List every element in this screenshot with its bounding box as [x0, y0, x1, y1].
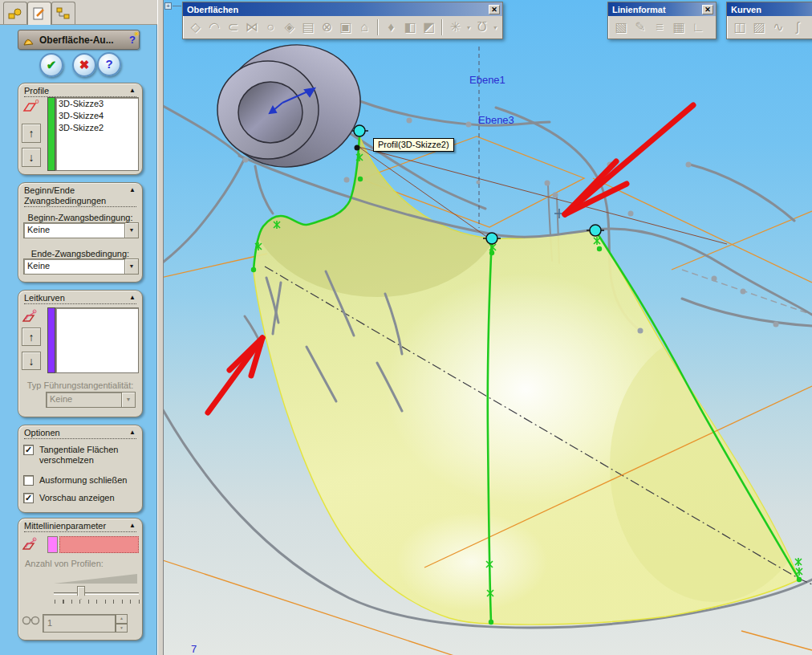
- viewport-canvas[interactable]: + Oberflächen ✕ ◇ ◠ ⊂ ⋈ ○ ◈ ▤ ⊗ ▣ ⌂ ♦ ◧: [164, 0, 812, 655]
- tangency-type-value: Keine: [46, 392, 122, 408]
- profile-list[interactable]: 3D-Skizze3 3D-Skizze4 3D-Skizze2: [55, 97, 139, 171]
- centerline-group-label: Mittellinienparameter: [24, 521, 136, 532]
- line-format-toolbar: Linienformat ✕ ▧ ✎ ≡ ▦ ∟: [607, 2, 717, 39]
- ruled-surface-icon[interactable]: Ʊ: [473, 18, 491, 36]
- help-button[interactable]: ?: [97, 52, 121, 76]
- help-icon[interactable]: ?✳: [129, 34, 136, 46]
- composite-curve-icon[interactable]: ∿: [769, 18, 788, 36]
- configuration-manager-tab[interactable]: [51, 2, 75, 24]
- collapse-arrow-icon[interactable]: ▲: [129, 87, 136, 94]
- freeform-surface-icon[interactable]: ✳: [446, 18, 465, 36]
- panel-divider[interactable]: [157, 0, 164, 655]
- trim-surface-icon[interactable]: ♦: [382, 18, 400, 36]
- model-view[interactable]: [164, 0, 812, 655]
- checkbox-label: Ausformung schließen: [39, 475, 136, 486]
- merge-tangent-faces-checkbox[interactable]: ✓: [23, 445, 34, 455]
- expander-line: [173, 6, 181, 6]
- end-constraint-label: Ende-Zwangsbedingung:: [18, 249, 142, 258]
- profile-count-slider[interactable]: [54, 592, 139, 595]
- feature-manager-tab[interactable]: [3, 2, 27, 24]
- helix-curve-icon[interactable]: ʃ: [788, 18, 807, 36]
- fillet-surface-icon[interactable]: ◩: [420, 18, 438, 36]
- projected-curve-icon[interactable]: ◫: [730, 18, 749, 36]
- constraints-group-label-1: Beginn/Ende: [24, 185, 136, 196]
- move-guide-up-button[interactable]: ↑: [22, 328, 41, 346]
- plane-center-point: [477, 181, 481, 185]
- centerline-color-swatch: [47, 536, 58, 553]
- guide-curves-list[interactable]: [55, 307, 139, 373]
- collapse-arrow-icon[interactable]: ▲: [129, 429, 136, 436]
- close-icon[interactable]: ✕: [489, 5, 500, 14]
- planar-surface-icon[interactable]: ▣: [336, 18, 355, 36]
- plane-label-ebene1[interactable]: Ebene1: [469, 74, 505, 86]
- start-constraint-value[interactable]: Keine: [23, 222, 125, 238]
- extruded-surface-icon[interactable]: ◇: [186, 18, 205, 36]
- toolbar-title: Kurven: [731, 5, 761, 14]
- density-ramp: [54, 573, 137, 584]
- list-item[interactable]: 3D-Skizze3: [56, 98, 138, 110]
- boundary-surface-icon[interactable]: ○: [262, 18, 280, 36]
- untrim-surface-icon[interactable]: ◧: [400, 18, 419, 36]
- section-count-value[interactable]: 1: [43, 614, 116, 633]
- extend-surface-icon[interactable]: ⌂: [355, 18, 373, 36]
- plane-label-ebene3[interactable]: Ebene3: [478, 114, 514, 126]
- spin-down-icon[interactable]: ▼: [116, 624, 128, 633]
- collapse-arrow-icon[interactable]: ▲: [129, 294, 136, 301]
- line-thickness-icon[interactable]: ≡: [650, 18, 669, 36]
- toolbar-separator: [441, 19, 443, 35]
- tooltip-anchor-point: [355, 145, 360, 151]
- split-line-icon[interactable]: ▨: [749, 18, 769, 36]
- property-manager-title-bar: Oberfläche-Au... ?✳: [18, 30, 140, 50]
- spin-up-icon[interactable]: ▲: [116, 614, 128, 624]
- dropdown-caret-icon[interactable]: ▾: [465, 24, 473, 31]
- collapse-arrow-icon[interactable]: ▲: [129, 522, 136, 529]
- slider-ticks: [55, 600, 140, 604]
- cancel-button[interactable]: ✖: [72, 53, 96, 77]
- revolved-surface-icon[interactable]: ◠: [205, 18, 223, 36]
- checkbox-label: Tangentiale Flächen verschmelzen: [39, 445, 136, 466]
- feature-tree-icon: [6, 6, 24, 22]
- slider-thumb[interactable]: [77, 586, 85, 600]
- constraints-group-label-2: Zwangsbedingungen: [24, 196, 136, 207]
- ok-button[interactable]: ✔: [39, 53, 63, 77]
- property-sheet-icon: [30, 6, 48, 22]
- torus-body[interactable]: [208, 29, 376, 183]
- knit-surface-icon[interactable]: ⊗: [318, 18, 336, 36]
- sketch-dashed-line: [682, 270, 812, 315]
- move-profile-down-button[interactable]: ↓: [22, 148, 41, 167]
- loft-preview-surface[interactable]: [249, 104, 812, 624]
- swept-surface-icon[interactable]: ⊂: [224, 18, 242, 36]
- profile-group-label: Profile: [24, 86, 136, 97]
- layer-properties-icon[interactable]: ▧: [611, 18, 631, 36]
- constraints-group: Beginn/Ende Zwangsbedingungen ▲ Beginn-Z…: [18, 182, 143, 283]
- start-constraint-combo[interactable]: Keine ▼: [23, 222, 139, 238]
- radiate-surface-icon[interactable]: ▤: [298, 18, 317, 36]
- list-item[interactable]: 3D-Skizze4: [56, 110, 138, 122]
- list-item[interactable]: 3D-Skizze2: [56, 122, 138, 134]
- close-loft-checkbox[interactable]: [23, 475, 34, 486]
- line-color-icon[interactable]: ✎: [631, 18, 650, 36]
- page-title: Oberfläche-Au...: [39, 35, 126, 46]
- dropdown-arrow-icon[interactable]: ▼: [125, 258, 139, 275]
- lofted-surface-icon[interactable]: ⋈: [242, 18, 261, 36]
- centerline-selection-field[interactable]: [59, 536, 139, 553]
- end-constraint-combo[interactable]: Keine ▼: [23, 258, 139, 275]
- collapse-arrow-icon[interactable]: ▲: [129, 186, 136, 193]
- profile-selection-icon: 0: [22, 98, 41, 114]
- move-profile-up-button[interactable]: ↑: [22, 124, 41, 143]
- plane-label-partial[interactable]: 7: [191, 643, 197, 655]
- line-style-icon[interactable]: ▦: [669, 18, 688, 36]
- panel-expander-icon[interactable]: +: [164, 2, 172, 10]
- manager-tab-bar: [0, 0, 157, 25]
- offset-surface-icon[interactable]: ◈: [280, 18, 298, 36]
- dropdown-caret-icon[interactable]: ▾: [491, 24, 499, 31]
- close-icon[interactable]: ✕: [702, 5, 713, 14]
- dropdown-arrow-icon[interactable]: ▼: [125, 222, 139, 238]
- end-constraint-value[interactable]: Keine: [23, 258, 125, 275]
- property-manager-tab[interactable]: [27, 2, 51, 25]
- move-guide-down-button[interactable]: ↓: [22, 352, 41, 370]
- svg-text:0: 0: [35, 98, 39, 105]
- section-count-spinner: 1 ▲ ▼: [43, 614, 128, 633]
- show-preview-checkbox[interactable]: ✓: [23, 493, 34, 503]
- hide-edges-icon[interactable]: ∟: [688, 18, 708, 36]
